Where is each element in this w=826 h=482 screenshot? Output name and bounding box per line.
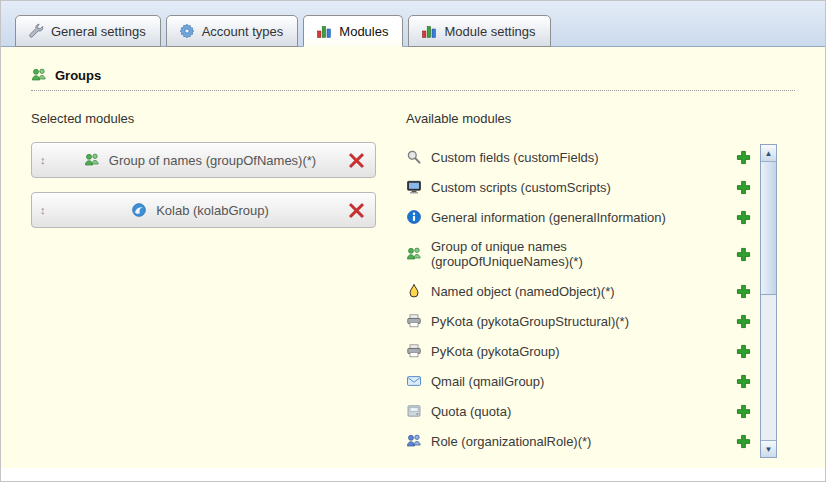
available-module-row: General information (generalInformation) [406,202,751,232]
selected-module-row: ↕Group of names (groupOfNames)(*) [31,142,376,178]
available-modules-column: Available modules Custom fields (customF… [406,111,777,458]
available-module-label: PyKota (pykotaGroupStructural)(*) [431,314,629,329]
group-icon [31,67,47,83]
available-module-label: Custom scripts (customScripts) [431,180,611,195]
mail-icon [406,373,422,389]
role-icon [406,433,422,449]
tab-bar: General settingsAccount typesModulesModu… [1,1,825,47]
available-module-label: Named object (namedObject)(*) [431,284,615,299]
available-module-row: PyKota (pykotaGroupStructural)(*) [406,306,751,336]
scrollbar[interactable]: ▲ ▼ [760,144,777,458]
tab-module-settings[interactable]: Module settings [408,15,550,47]
monitor-icon [406,179,422,195]
scroll-up-icon: ▲ [765,149,773,158]
page-title: Groups [55,68,101,83]
group-icon [84,152,100,168]
add-module-button[interactable] [736,247,751,262]
info-icon [406,209,422,225]
available-module-label: Quota (quota) [431,404,511,419]
remove-module-button[interactable] [348,152,365,169]
section-header: Groups [31,67,795,91]
selected-modules-heading: Selected modules [31,111,376,126]
magnifier-icon [406,149,422,165]
selected-module-row: ↕Kolab (kolabGroup) [31,192,376,228]
available-module-label: General information (generalInformation) [431,210,666,225]
available-module-row: Group of unique names (groupOfUniqueName… [406,232,751,276]
selected-module-content: Kolab (kolabGroup) [52,202,348,218]
drag-handle-icon[interactable]: ↕ [40,154,52,166]
available-module-label: Custom fields (customFields) [431,150,599,165]
available-module-row: Role (organizationalRole)(*) [406,426,751,456]
tab-modules[interactable]: Modules [303,15,403,47]
available-module-label: PyKota (pykotaGroup) [431,344,560,359]
tab-general-settings[interactable]: General settings [15,15,161,47]
tab-label: Modules [339,24,388,39]
scrollbar-up-button[interactable]: ▲ [761,145,776,162]
drop-icon [406,283,422,299]
available-modules-heading: Available modules [406,111,777,126]
tab-label: Account types [202,24,284,39]
available-module-label: Qmail (qmailGroup) [431,374,544,389]
selected-module-label: Kolab (kolabGroup) [156,203,269,218]
add-module-button[interactable] [736,284,751,299]
lam-configuration-window: General settingsAccount typesModulesModu… [0,0,826,482]
available-module-label: Group of unique names (groupOfUniqueName… [431,239,687,269]
gear-icon [179,23,195,39]
chart-icon [421,23,437,39]
available-module-row: Custom fields (customFields) [406,142,751,172]
tab-account-types[interactable]: Account types [166,15,299,47]
selected-module-label: Group of names (groupOfNames)(*) [109,153,316,168]
scrollbar-thumb[interactable] [761,162,776,295]
selected-modules-column: Selected modules ↕Group of names (groupO… [31,111,376,458]
add-module-button[interactable] [736,150,751,165]
kolab-icon [131,202,147,218]
available-modules-list: Custom fields (customFields)Custom scrip… [406,142,751,456]
available-module-label: Role (organizationalRole)(*) [431,434,591,449]
scroll-down-icon: ▼ [765,445,773,454]
drag-handle-icon[interactable]: ↕ [40,204,52,216]
add-module-button[interactable] [736,210,751,225]
printer-icon [406,343,422,359]
content-pane: Groups Selected modules ↕Group of names … [1,47,825,468]
available-module-row: Qmail (qmailGroup) [406,366,751,396]
available-module-row: Custom scripts (customScripts) [406,172,751,202]
scrollbar-track[interactable] [761,295,776,440]
chart-icon [316,23,332,39]
add-module-button[interactable] [736,180,751,195]
wrench-icon [28,23,44,39]
available-module-row: Quota (quota) [406,396,751,426]
add-module-button[interactable] [736,434,751,449]
remove-module-button[interactable] [348,202,365,219]
scrollbar-down-button[interactable]: ▼ [761,440,776,457]
add-module-button[interactable] [736,344,751,359]
selected-module-content: Group of names (groupOfNames)(*) [52,152,348,168]
add-module-button[interactable] [736,374,751,389]
disk-icon [406,403,422,419]
group-icon [406,246,422,262]
available-module-row: Named object (namedObject)(*) [406,276,751,306]
available-module-row: PyKota (pykotaGroup) [406,336,751,366]
add-module-button[interactable] [736,314,751,329]
add-module-button[interactable] [736,404,751,419]
tab-label: Module settings [444,24,535,39]
available-modules-area: Custom fields (customFields)Custom scrip… [406,142,777,458]
selected-modules-list: ↕Group of names (groupOfNames)(*)↕Kolab … [31,142,376,228]
tab-label: General settings [51,24,146,39]
printer-icon [406,313,422,329]
